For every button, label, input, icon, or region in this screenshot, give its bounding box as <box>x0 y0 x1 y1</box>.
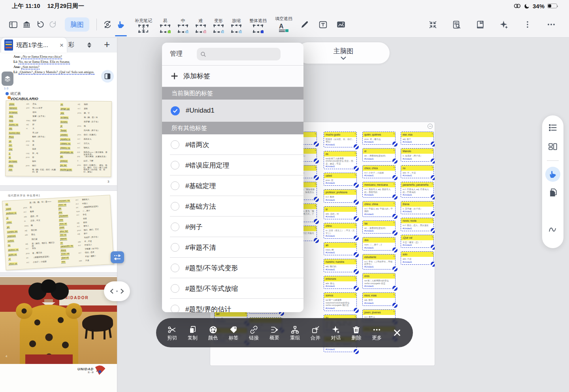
card-expand-icon[interactable]: › <box>355 277 356 279</box>
card-expand-icon[interactable]: › <box>355 293 356 296</box>
card-tag[interactable]: #Unidad1 <box>324 251 356 255</box>
card-tag[interactable]: #Unidad1 <box>363 194 395 197</box>
tool-放缩[interactable]: 放缩 <box>232 19 241 32</box>
mindmap-card[interactable]: no›adv. 不，不是#Unidad1 <box>401 165 434 178</box>
split-view-toggle[interactable] <box>101 70 114 83</box>
collapse-node-icon[interactable] <box>428 124 433 129</box>
card-tag[interactable]: #Unidad1 <box>324 235 356 238</box>
card-expand-icon[interactable]: › <box>394 310 394 313</box>
card-tag[interactable]: #Unidad1 <box>363 247 395 250</box>
tool-变形[interactable]: 变形 <box>214 19 223 32</box>
radio-circle-icon[interactable] <box>171 243 179 252</box>
card-expand-icon[interactable]: › <box>355 207 356 210</box>
card-tag[interactable]: #Unidad1 <box>324 165 356 169</box>
radio-circle-icon[interactable] <box>171 222 179 231</box>
card-tag[interactable]: #Unidad1 <box>363 285 395 288</box>
fonetica-page[interactable]: UNIDAD 第一课 / 1-4 语音 FONÉTICA 西班牙语共有 27 个… <box>0 364 117 392</box>
card-expand-icon[interactable]: › <box>394 202 394 205</box>
radio-circle-icon[interactable] <box>171 305 179 312</box>
tool-整体遮挡[interactable]: 整体遮挡 <box>249 19 267 32</box>
ctx-scissors[interactable]: 剪切 <box>167 325 177 341</box>
mindmap-card[interactable]: usted›pron. 您#Unidad1 <box>324 173 357 186</box>
card-expand-icon[interactable]: › <box>394 238 394 241</box>
card-tag[interactable]: #Unidad1 <box>324 182 356 185</box>
tool-中[interactable]: 中 <box>178 19 188 32</box>
mindmap-card[interactable]: chino; china›m.f. 中国人 adj. 中国人的；中国的#Unid… <box>362 201 396 217</box>
mindmap-card[interactable]: ese; esa›adj. 那个#Unidad1 <box>401 132 434 145</box>
tag-row-current[interactable]: #Unidad1 <box>162 100 303 122</box>
card-expand-icon[interactable]: › <box>432 183 433 185</box>
card-expand-icon[interactable]: › <box>355 173 356 176</box>
mindmap-card[interactable]: dos›num. 二，两个；2#Unidad1 <box>362 237 396 250</box>
ctx-link[interactable]: 链接 <box>249 325 259 341</box>
mindmap-card[interactable]: esos; esas›adj. 那些#Unidad1 <box>362 292 396 305</box>
neighbor-tab-label[interactable]: 彩 <box>68 41 74 49</box>
doc-search-icon[interactable] <box>450 17 463 32</box>
tag-row[interactable]: #题型/不等式变形 <box>162 258 303 278</box>
ctx-merge[interactable]: 合并 <box>311 325 320 341</box>
manage-button[interactable]: 管理 <box>170 50 183 58</box>
card-tag[interactable]: #Unidad1 <box>324 199 356 202</box>
card-tag[interactable]: #Unidad1 <box>363 302 395 305</box>
chevron-right-icon[interactable] <box>120 288 124 294</box>
mindmap-card[interactable]: el›art.（单数阳性定冠词）#Unidad1 <box>362 148 396 161</box>
mindmap-card[interactable]: ¡Qué va!›不是！哪里（是）！#Unidad1 <box>401 235 434 248</box>
hand-icon[interactable] <box>548 170 558 179</box>
card-expand-icon[interactable]: › <box>394 166 394 169</box>
card-tag[interactable]: #Unidad1 <box>363 174 395 178</box>
active-tool-highlight[interactable] <box>545 167 560 182</box>
bank-library-button[interactable] <box>20 17 33 32</box>
card-tag[interactable]: #Unidad1 <box>363 230 395 233</box>
ctx-ellipsis[interactable]: 更多 <box>372 325 382 341</box>
undo-button[interactable] <box>33 17 47 32</box>
radio-circle-icon[interactable] <box>171 264 179 272</box>
mindmap-card[interactable]: sí›adv. 是的，对#Unidad1 <box>324 206 357 219</box>
card-expand-icon[interactable]: › <box>315 132 316 135</box>
add-tab-button[interactable]: + <box>104 38 110 51</box>
card-tag[interactable]: #Unidad1 <box>401 227 433 231</box>
card-tag[interactable]: #Unidad1 <box>363 213 395 217</box>
card-tag[interactable]: #Unidad1 <box>401 210 433 214</box>
card-tag[interactable]: #Unidad1 <box>324 348 356 352</box>
page-nav-pill[interactable] <box>104 281 130 301</box>
mindmap-card[interactable]: solo›adv. 只是#Unidad1 <box>401 251 434 264</box>
ctx-close-button[interactable] <box>392 328 402 337</box>
redo-button[interactable] <box>47 17 60 32</box>
card-expand-icon[interactable]: › <box>394 293 394 296</box>
more-icon[interactable] <box>545 17 558 32</box>
radio-circle-icon[interactable] <box>171 202 179 211</box>
card-expand-icon[interactable]: › <box>315 183 316 185</box>
card-expand-icon[interactable]: › <box>432 219 433 221</box>
card-tag[interactable]: #Unidad1 <box>324 307 356 311</box>
card-tag[interactable]: #Unidad1 <box>401 174 433 178</box>
handbook-icon[interactable] <box>473 17 487 32</box>
mindmap-card[interactable]: mucho gusto›惯用语（认识您、你、你们，诸位）#Unidad1 <box>324 132 357 147</box>
mindmap-card[interactable]: estudiante›m.f. 学生（上学的学生，学校的学生）#Unidad1 <box>362 254 396 270</box>
sync-icon[interactable] <box>101 17 114 32</box>
tag-row[interactable]: #题型/界的估计 <box>162 299 303 312</box>
mindmap-card[interactable]: mexicano; mexicana›m.f. 墨西哥人 adj. 墨西哥人的；… <box>362 182 396 198</box>
mindmap-card[interactable]: entonces›adv. 那么#Unidad1 <box>324 276 357 289</box>
card-expand-icon[interactable]: › <box>355 315 356 318</box>
card-tag[interactable]: #Unidad1 <box>363 158 395 161</box>
hand-tool-button[interactable] <box>114 17 128 32</box>
tool-易[interactable]: 易 <box>160 19 170 32</box>
card-expand-icon[interactable]: › <box>315 149 316 152</box>
sidebar-panel-button[interactable] <box>6 17 20 32</box>
card-expand-icon[interactable]: › <box>355 152 356 155</box>
mindmap-card[interactable]: Manolo›n. 马诺罗（男子名）#Unidad1 <box>401 148 434 161</box>
radio-circle-icon[interactable] <box>171 140 179 149</box>
card-expand-icon[interactable]: › <box>432 149 433 152</box>
card-expand-icon[interactable]: › <box>355 243 356 246</box>
card-tag[interactable]: #Unidad1 <box>363 141 395 144</box>
tag-row[interactable]: #基础方法 <box>162 196 303 217</box>
ctx-summary[interactable]: 概要 <box>269 325 279 341</box>
card-expand-icon[interactable]: › <box>315 204 316 207</box>
mindmap-card[interactable]: es›ser的第三人称单数él/ella/usted的变位 您是；他是；她是；它… <box>324 151 357 169</box>
card-expand-icon[interactable]: › <box>245 312 246 315</box>
card-expand-icon[interactable]: › <box>355 260 356 262</box>
textbox-icon[interactable] <box>316 17 330 32</box>
tag-search-input[interactable] <box>209 51 276 58</box>
tool-补充笔记[interactable]: 补充笔记 <box>135 19 152 32</box>
tab-close-icon[interactable]: × <box>60 42 64 49</box>
